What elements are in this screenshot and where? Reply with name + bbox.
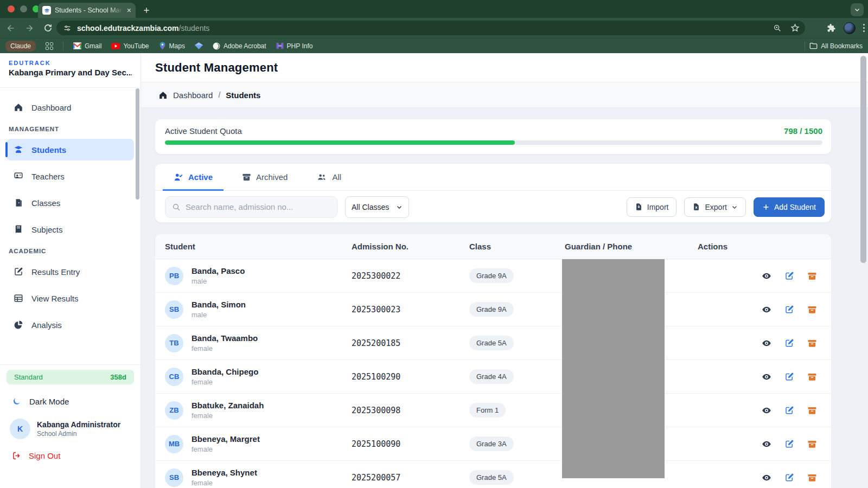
student-avatar: SB: [165, 300, 183, 319]
minimize-window-button[interactable]: [20, 5, 27, 12]
archive-student-button[interactable]: [807, 271, 817, 281]
breadcrumb-dashboard[interactable]: Dashboard: [173, 91, 213, 100]
school-name: Kabanga Primary and Day Sec...: [9, 68, 132, 77]
search-input[interactable]: [186, 202, 330, 211]
profile-avatar[interactable]: [844, 22, 856, 34]
bookmark-gmail[interactable]: Gmail: [73, 42, 101, 50]
search-box[interactable]: [165, 196, 337, 218]
edit-student-button[interactable]: [784, 372, 794, 382]
edit-student-button[interactable]: [784, 271, 794, 281]
sidebar-item-teachers[interactable]: Teachers: [7, 165, 134, 187]
table-row[interactable]: ZB Bbatuke, Zanaidah female 2025300098 F…: [155, 394, 831, 427]
sidebar-item-view-results[interactable]: View Results: [7, 287, 134, 309]
sidebar-scrollbar[interactable]: [136, 88, 139, 200]
archive-student-button[interactable]: [807, 372, 817, 382]
archive-student-button[interactable]: [807, 338, 817, 348]
person-check-icon: [174, 172, 183, 182]
bookmark-maps[interactable]: Maps: [159, 42, 185, 50]
sidebar-item-subjects[interactable]: Subjects: [7, 219, 134, 240]
table-row[interactable]: MB Bbeneya, Margret female 2025100090 Gr…: [155, 427, 831, 461]
quota-value: 798 / 1500: [784, 126, 822, 136]
view-student-button[interactable]: [762, 372, 771, 382]
view-student-button[interactable]: [762, 473, 771, 483]
user-name: Kabanga Administrator: [37, 420, 120, 429]
zoom-page-icon[interactable]: [773, 24, 782, 33]
tab-archived[interactable]: Archived: [234, 164, 295, 190]
address-bar[interactable]: school.edutrackzambia.com/students: [56, 21, 805, 35]
archive-student-button[interactable]: [807, 305, 817, 314]
export-button[interactable]: Export: [684, 197, 745, 217]
quota-label: Active Student Quota: [165, 126, 242, 136]
view-student-button[interactable]: [762, 439, 771, 449]
table-row[interactable]: TB Banda, Twaambo female 2025200185 Grad…: [155, 326, 831, 360]
student-gender: female: [192, 378, 258, 386]
sidebar-item-analysis[interactable]: Analysis: [7, 314, 134, 336]
window-controls[interactable]: [8, 5, 40, 12]
import-button[interactable]: Import: [627, 197, 677, 217]
student-name: Banda, Twaambo: [192, 333, 258, 343]
students-table: Student Admission No. Class Guardian / P…: [155, 234, 832, 488]
add-student-button[interactable]: Add Student: [754, 197, 825, 217]
bookmark-star-icon[interactable]: [790, 23, 800, 33]
sidebar-item-students[interactable]: Students: [7, 139, 134, 160]
new-tab-button[interactable]: [140, 4, 153, 17]
redacted-region: [562, 259, 665, 478]
sidebar-item-dashboard[interactable]: Dashboard: [7, 97, 134, 118]
brand-logo: EDUTRACK: [9, 60, 132, 66]
chrome-menu-icon[interactable]: [863, 24, 865, 32]
sidebar-item-results-entry[interactable]: Results Entry: [7, 261, 134, 282]
pencil-square-icon: [13, 267, 24, 277]
table-row[interactable]: SB Bbeneya, Shynet female 2025200057 Gra…: [155, 461, 831, 488]
breadcrumb-home-icon[interactable]: [158, 91, 168, 100]
bookmark-php-info[interactable]: PHP Info: [276, 42, 313, 50]
edit-student-button[interactable]: [784, 406, 794, 415]
all-bookmarks-button[interactable]: All Bookmarks: [809, 42, 863, 50]
class-filter-select[interactable]: All Classes: [345, 196, 409, 218]
browser-tab[interactable]: Students - School Manageme ×: [38, 3, 136, 18]
table-row[interactable]: CB Bbanda, Chipego female 2025100290 Gra…: [155, 360, 831, 394]
bookmark-gem-icon[interactable]: [195, 42, 203, 49]
site-settings-icon[interactable]: [63, 24, 72, 33]
tab-active[interactable]: Active: [166, 164, 220, 190]
user-profile[interactable]: K Kabanga Administrator School Admin: [7, 419, 134, 439]
back-icon[interactable]: [3, 21, 18, 36]
tab-close-icon[interactable]: ×: [127, 7, 131, 14]
edit-student-button[interactable]: [784, 473, 794, 483]
bookmark-youtube[interactable]: YouTube: [111, 42, 149, 50]
extensions-puzzle-icon[interactable]: [826, 23, 836, 33]
page-title: Student Management: [155, 61, 278, 75]
col-admission-no: Admission No.: [352, 242, 469, 251]
admission-no: 2025100090: [352, 439, 469, 449]
bookmark-claude[interactable]: Claude: [5, 41, 36, 52]
view-student-button[interactable]: [762, 338, 771, 348]
student-name: Bbatuke, Zanaidah: [192, 401, 264, 410]
student-name: Bbanda, Chipego: [192, 367, 258, 376]
quota-progress-track: [165, 140, 822, 145]
reload-icon[interactable]: [40, 21, 55, 36]
sign-out-button[interactable]: Sign Out: [7, 451, 134, 460]
edit-student-button[interactable]: [784, 305, 794, 314]
tab-strip: Students - School Manageme ×: [0, 0, 868, 18]
file-export-icon: [692, 203, 700, 211]
bookmark-adobe-acrobat[interactable]: Adobe Acrobat: [213, 42, 266, 50]
tab-all[interactable]: All: [309, 164, 349, 190]
archive-student-button[interactable]: [807, 406, 817, 415]
table-row[interactable]: SB Banda, Simon male 2025300023 Grade 9A: [155, 293, 831, 326]
edit-student-button[interactable]: [784, 338, 794, 348]
archive-student-button[interactable]: [807, 473, 817, 483]
table-row[interactable]: PB Banda, Pasco male 2025300022 Grade 9A: [155, 259, 831, 293]
view-student-button[interactable]: [762, 271, 771, 281]
page-scrollbar[interactable]: [860, 56, 866, 263]
dark-mode-toggle[interactable]: Dark Mode: [7, 394, 134, 409]
close-window-button[interactable]: [8, 5, 15, 12]
forward-icon[interactable]: [22, 21, 37, 36]
archive-student-button[interactable]: [807, 439, 817, 449]
view-student-button[interactable]: [762, 406, 771, 415]
chrome-chevron-down-icon[interactable]: [851, 3, 864, 16]
section-academic: ACADEMIC: [9, 248, 132, 254]
col-class: Class: [469, 242, 565, 251]
sidebar-item-classes[interactable]: Classes: [7, 192, 134, 214]
edit-student-button[interactable]: [784, 439, 794, 449]
view-student-button[interactable]: [762, 305, 771, 314]
apps-grid-icon[interactable]: [46, 42, 53, 50]
